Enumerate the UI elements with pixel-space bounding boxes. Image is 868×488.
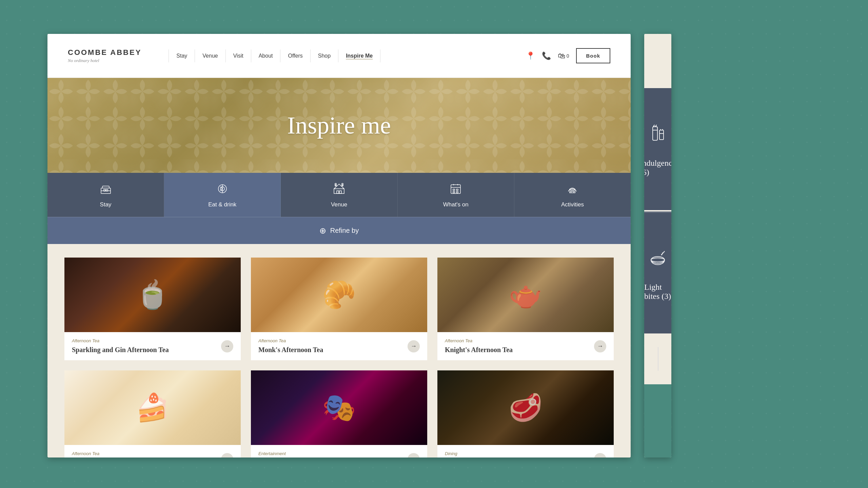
svg-point-21 [651,258,665,262]
card-4-category: Afternoon Tea [72,451,104,456]
card-3-category: Afternoon Tea [445,338,513,343]
refine-content: ⊕ Refine by [319,226,359,236]
panel-top [644,34,671,88]
svg-rect-6 [337,191,339,194]
book-button[interactable]: Book [576,48,611,63]
nav-visit[interactable]: Visit [226,49,251,62]
filter-search-input[interactable] [658,347,658,371]
card-5[interactable]: Entertainment Evening Show & Dinner → [251,370,427,458]
card-6-body: Dining Fine Dining Experience → [437,445,614,458]
cards-grid: Afternoon Tea Sparkling and Gin Afternoo… [64,258,614,458]
nav-links: Stay Venue Visit About Offers Shop Inspi… [169,49,515,62]
tab-whats-on[interactable]: What's on [398,173,514,217]
card-2-title: Monk's Afternoon Tea [258,345,323,354]
svg-rect-19 [659,130,664,140]
tab-eat-drink[interactable]: Eat & drink [164,173,281,217]
svg-rect-13 [453,189,455,190]
card-3-body: Afternoon Tea Knight's Afternoon Tea → [437,332,614,360]
svg-rect-14 [456,189,458,190]
card-2-body: Afternoon Tea Monk's Afternoon Tea → [251,332,427,360]
tab-activities[interactable]: Activities [514,173,631,217]
svg-rect-1 [104,189,105,191]
tab-nav: Stay Eat & drink [47,173,631,217]
svg-rect-5 [334,189,344,194]
card-6[interactable]: Dining Fine Dining Experience → [437,370,614,458]
header-actions: 📍 📞 🛍 0 Book [526,48,610,63]
svg-rect-15 [453,191,455,193]
card-2[interactable]: Afternoon Tea Monk's Afternoon Tea → [251,258,427,360]
hero-title: Inspire me [287,111,391,140]
phone-button[interactable]: 📞 [542,52,551,60]
card-4-arrow[interactable]: → [221,453,233,458]
nav-inspire-me[interactable]: Inspire Me [338,49,380,62]
card-3-image [437,258,614,332]
cart-button[interactable]: 🛍 0 [558,52,569,60]
cart-icon: 🛍 [558,52,565,60]
nav-venue[interactable]: Venue [195,49,225,62]
card-3[interactable]: Afternoon Tea Knight's Afternoon Tea → [437,258,614,360]
panel-bottom [644,384,671,458]
card-4-body: Afternoon Tea Cream Tea → [64,445,241,458]
nav-shop[interactable]: Shop [311,49,338,62]
indulgence-filter-card[interactable]: Indulgence (6) [644,88,671,210]
card-5-body: Entertainment Evening Show & Dinner → [251,445,427,458]
activities-icon [566,182,579,197]
tab-venue-label: Venue [331,201,347,208]
tab-whats-on-label: What's on [443,201,469,208]
nav-about[interactable]: About [251,49,281,62]
card-5-arrow[interactable]: → [408,453,420,458]
card-1-title: Sparkling and Gin Afternoon Tea [72,345,169,354]
tab-venue[interactable]: Venue [281,173,397,217]
card-3-title: Knight's Afternoon Tea [445,345,513,354]
logo-name: COOMBE ABBEY [68,48,141,57]
tab-activities-label: Activities [561,201,584,208]
location-button[interactable]: 📍 [526,52,535,60]
stay-icon [99,182,113,197]
card-2-arrow[interactable]: → [408,340,420,352]
main-wrapper: COOMBE ABBEY No ordinary hotel Stay Venu… [47,34,671,458]
card-6-category: Dining [445,451,513,456]
card-1-arrow[interactable]: → [221,340,233,352]
card-1-category: Afternoon Tea [72,338,169,343]
card-6-arrow[interactable]: → [594,453,606,458]
whats-on-icon [449,182,462,197]
cart-count: 0 [567,53,569,59]
card-4[interactable]: Afternoon Tea Cream Tea → [64,370,241,458]
site-header: COOMBE ABBEY No ordinary hotel Stay Venu… [47,34,631,78]
svg-rect-7 [339,191,341,194]
tab-stay-label: Stay [100,201,112,208]
card-1[interactable]: Afternoon Tea Sparkling and Gin Afternoo… [64,258,241,360]
card-5-category: Entertainment [258,451,329,456]
card-4-image [64,370,241,445]
nav-offers[interactable]: Offers [280,49,310,62]
card-5-image [251,370,427,445]
refine-bar[interactable]: ⊕ Refine by [47,217,631,244]
card-3-arrow[interactable]: → [594,340,606,352]
venue-icon [332,182,346,197]
light-bites-label: Light bites (3) [644,283,671,301]
card-2-image [251,258,427,332]
right-panel: Indulgence (6) Light bites (3) [644,34,671,458]
refine-icon: ⊕ [319,226,326,236]
tab-stay[interactable]: Stay [47,173,164,217]
card-6-image [437,370,614,445]
logo-tagline: No ordinary hotel [68,58,141,63]
light-bites-icon [646,246,670,274]
svg-rect-16 [456,191,458,193]
logo-area: COOMBE ABBEY No ordinary hotel [68,48,141,63]
card-1-image [64,258,241,332]
indulgence-label: Indulgence (6) [644,159,671,177]
tab-eat-drink-label: Eat & drink [208,201,236,208]
card-2-category: Afternoon Tea [258,338,323,343]
refine-label: Refine by [330,227,359,235]
svg-rect-18 [653,127,657,140]
svg-rect-12 [451,185,460,194]
card-1-body: Afternoon Tea Sparkling and Gin Afternoo… [64,332,241,360]
eat-drink-icon [216,182,229,197]
content-area: Afternoon Tea Sparkling and Gin Afternoo… [47,244,631,458]
hero-section: Inspire me [47,78,631,173]
svg-rect-2 [106,189,108,191]
light-bites-filter-card[interactable]: Light bites (3) [644,211,671,333]
nav-stay[interactable]: Stay [169,49,195,62]
site-frame: COOMBE ABBEY No ordinary hotel Stay Venu… [47,34,631,458]
